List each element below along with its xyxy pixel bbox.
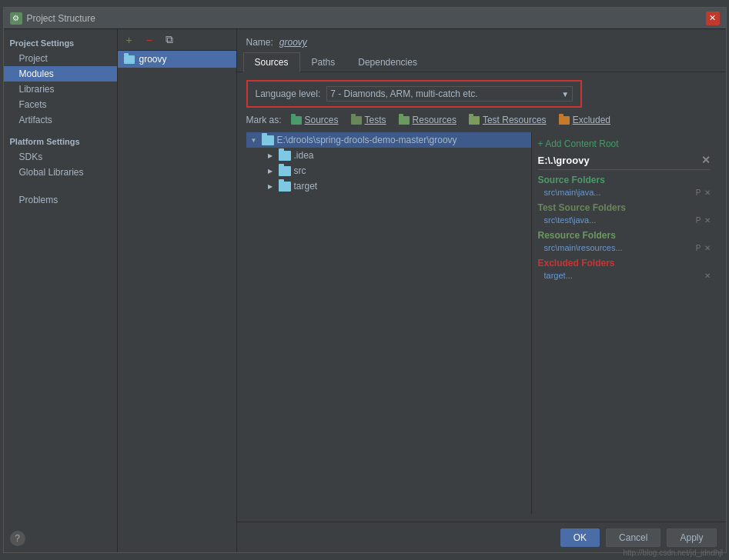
language-level-label: Language level: bbox=[256, 88, 321, 99]
source-folder-p-action[interactable]: P bbox=[696, 188, 701, 197]
mark-badge-sources[interactable]: Sources bbox=[288, 114, 342, 126]
test-source-folder-path: src\test\java... bbox=[544, 215, 696, 225]
info-panel-close-icon[interactable]: ✕ bbox=[701, 154, 711, 166]
test-source-folder-actions[interactable]: P ✕ bbox=[696, 216, 711, 225]
source-folders-title: Source Folders bbox=[538, 175, 711, 185]
tab-sources[interactable]: Sources bbox=[243, 52, 300, 72]
test-source-folder-p-action[interactable]: P bbox=[696, 216, 701, 225]
project-structure-dialog: ⚙ Project Structure ✕ Project Settings P… bbox=[3, 7, 727, 553]
tab-dependencies[interactable]: Dependencies bbox=[346, 52, 429, 72]
name-row: Name: groovy bbox=[237, 29, 726, 52]
excluded-folder-icon bbox=[559, 116, 570, 125]
close-button[interactable]: ✕ bbox=[706, 12, 720, 25]
project-settings-header: Project Settings bbox=[4, 35, 117, 51]
sidebar-item-modules[interactable]: Modules bbox=[4, 66, 117, 82]
module-panel: + − ⧉ groovy bbox=[118, 29, 237, 552]
test-source-folders-section: Test Source Folders src\test\java... P ✕ bbox=[538, 202, 711, 225]
resource-folder-actions[interactable]: P ✕ bbox=[696, 244, 711, 252]
sidebar-item-sdks[interactable]: SDKs bbox=[4, 149, 117, 165]
src-folder-icon bbox=[279, 166, 291, 176]
platform-settings-header: Platform Settings bbox=[4, 134, 117, 149]
sidebar-bottom: ? bbox=[4, 525, 117, 552]
cancel-button[interactable]: Cancel bbox=[606, 528, 660, 547]
source-folder-path: src\main\java... bbox=[544, 188, 696, 197]
watermark: http://blog.csdn.net/jd_jdndhjl bbox=[623, 548, 723, 557]
language-level-select[interactable]: 7 - Diamonds, ARM, multi-catch etc. ▼ bbox=[326, 86, 573, 102]
resource-folders-title: Resource Folders bbox=[538, 230, 711, 241]
test-resources-folder-icon bbox=[469, 116, 480, 125]
module-item-groovy[interactable]: groovy bbox=[118, 51, 236, 68]
source-folder-remove-icon[interactable]: ✕ bbox=[704, 188, 711, 197]
target-folder-icon bbox=[279, 182, 291, 192]
module-folder-icon bbox=[124, 55, 135, 64]
sidebar-item-project[interactable]: Project bbox=[4, 51, 117, 66]
help-icon[interactable]: ? bbox=[10, 531, 25, 546]
mark-badge-tests[interactable]: Tests bbox=[348, 114, 390, 126]
add-content-root-button[interactable]: + Add Content Root bbox=[538, 138, 711, 149]
tree-root-item[interactable]: ▼ E:\drools\spring-drools-demo-master\gr… bbox=[246, 132, 531, 148]
add-module-button[interactable]: + bbox=[121, 32, 138, 48]
idea-folder-icon bbox=[279, 151, 291, 161]
sidebar-item-global-libraries[interactable]: Global Libraries bbox=[4, 165, 117, 180]
sidebar-item-problems[interactable]: Problems bbox=[19, 192, 111, 208]
tree-expand-icon: ▼ bbox=[251, 137, 259, 144]
apply-button[interactable]: Apply bbox=[667, 528, 716, 547]
source-folders-section: Source Folders src\main\java... P ✕ bbox=[538, 175, 711, 198]
tree-child-arrow-icon: ▶ bbox=[268, 152, 276, 159]
module-toolbar: + − ⧉ bbox=[118, 29, 236, 51]
select-arrow-icon: ▼ bbox=[561, 90, 569, 98]
ok-button[interactable]: OK bbox=[560, 528, 600, 547]
main-content: Project Settings Project Modules Librari… bbox=[4, 29, 726, 552]
tree-child-idea[interactable]: ▶ .idea bbox=[246, 148, 531, 163]
resource-folder-p-action[interactable]: P bbox=[696, 244, 701, 252]
language-level-box: Language level: 7 - Diamonds, ARM, multi… bbox=[246, 80, 583, 108]
remove-module-button[interactable]: − bbox=[141, 32, 158, 48]
sidebar: Project Settings Project Modules Librari… bbox=[4, 29, 118, 552]
split-panel: ▼ E:\drools\spring-drools-demo-master\gr… bbox=[246, 132, 717, 514]
window-title: Project Structure bbox=[27, 13, 706, 24]
resource-folders-section: Resource Folders src\main\resources... P… bbox=[538, 230, 711, 253]
resource-folder-entry: src\main\resources... P ✕ bbox=[538, 242, 711, 253]
name-value: groovy bbox=[279, 37, 307, 48]
resources-folder-icon bbox=[399, 116, 410, 125]
resource-folder-path: src\main\resources... bbox=[544, 243, 696, 252]
source-folder-actions[interactable]: P ✕ bbox=[696, 188, 711, 197]
resource-folder-remove-icon[interactable]: ✕ bbox=[704, 244, 711, 252]
info-panel: + Add Content Root E:\.\groovy ✕ Source … bbox=[532, 132, 717, 514]
copy-module-button[interactable]: ⧉ bbox=[161, 32, 178, 48]
tab-paths[interactable]: Paths bbox=[300, 52, 347, 72]
module-list: groovy bbox=[118, 51, 236, 552]
app-icon: ⚙ bbox=[10, 12, 22, 25]
excluded-folders-section: Excluded Folders target... ✕ bbox=[538, 258, 711, 281]
sidebar-item-facets[interactable]: Facets bbox=[4, 97, 117, 112]
bottom-bar: OK Cancel Apply bbox=[237, 522, 726, 552]
excluded-folder-actions[interactable]: ✕ bbox=[704, 272, 711, 280]
tree-child-target[interactable]: ▶ target bbox=[246, 178, 531, 194]
name-label: Name: bbox=[246, 37, 273, 48]
sources-folder-icon bbox=[291, 116, 302, 125]
excluded-folder-path: target... bbox=[544, 271, 704, 280]
sidebar-item-artifacts[interactable]: Artifacts bbox=[4, 112, 117, 128]
test-source-folder-remove-icon[interactable]: ✕ bbox=[704, 216, 711, 225]
test-source-folders-title: Test Source Folders bbox=[538, 202, 711, 213]
sources-content: Language level: 7 - Diamonds, ARM, multi… bbox=[237, 72, 726, 522]
tree-panel: ▼ E:\drools\spring-drools-demo-master\gr… bbox=[246, 132, 532, 514]
excluded-folder-remove-icon[interactable]: ✕ bbox=[704, 272, 711, 280]
mark-badge-excluded[interactable]: Excluded bbox=[556, 114, 614, 126]
mark-as-row: Mark as: Sources Tests Resources bbox=[246, 114, 717, 126]
titlebar: ⚙ Project Structure ✕ bbox=[4, 8, 726, 29]
test-source-folder-entry: src\test\java... P ✕ bbox=[538, 215, 711, 225]
tree-src-arrow-icon: ▶ bbox=[268, 168, 276, 175]
info-panel-title: E:\.\groovy ✕ bbox=[538, 154, 711, 170]
excluded-folders-title: Excluded Folders bbox=[538, 258, 711, 268]
mark-badge-test-resources[interactable]: Test Resources bbox=[466, 114, 550, 126]
content-area: Name: groovy Sources Paths Dependencies … bbox=[237, 29, 726, 552]
tree-child-src[interactable]: ▶ src bbox=[246, 163, 531, 178]
excluded-folder-entry: target... ✕ bbox=[538, 270, 711, 281]
tabs-row: Sources Paths Dependencies bbox=[237, 52, 726, 72]
mark-as-label: Mark as: bbox=[246, 115, 282, 125]
sidebar-item-libraries[interactable]: Libraries bbox=[4, 82, 117, 97]
mark-badge-resources[interactable]: Resources bbox=[396, 114, 460, 126]
tree-target-arrow-icon: ▶ bbox=[268, 183, 276, 190]
source-folder-entry: src\main\java... P ✕ bbox=[538, 187, 711, 198]
